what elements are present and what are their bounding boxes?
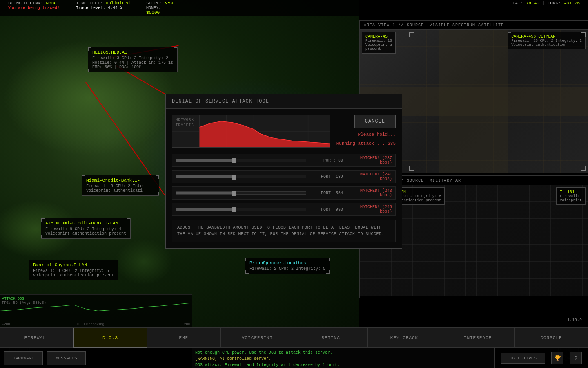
- port-status-3: MATCHED! (246 kbps): [347, 205, 392, 214]
- slider-track-1[interactable]: [176, 175, 306, 178]
- port-status-1: MATCHED! (241 kbps): [347, 172, 392, 181]
- node-atm-miami[interactable]: ATM.Miami-Credit-Bank.I-LAN Firewall: 9 …: [41, 218, 131, 239]
- slider-handle-0[interactable]: [232, 158, 236, 163]
- bottom-bar: Firewall D.O.S EMP Voiceprint Retina Key…: [0, 327, 588, 368]
- message-2: [WARNING] AI controlled server.: [195, 356, 491, 362]
- time-display: 1:19.9: [359, 315, 588, 325]
- dos-title: Denial Of Service attack tool: [166, 94, 402, 109]
- slider-track-0[interactable]: [176, 159, 306, 162]
- port-status-2: MATCHED! (243 kbps): [347, 188, 392, 197]
- node-helios[interactable]: HELIOS.HED.AI Firewall: 3 CPU: 2 Integri…: [88, 47, 178, 72]
- dos-modal: Denial Of Service attack tool Network Tr…: [165, 94, 402, 249]
- port-label-0: PORT: 80: [310, 158, 343, 163]
- svg-marker-8: [200, 121, 330, 147]
- toolbar-retina[interactable]: Retina: [294, 328, 368, 348]
- toolbar-emp[interactable]: EMP: [147, 328, 220, 348]
- toolbar-dos[interactable]: D.O.S: [74, 328, 147, 348]
- dos-cancel-area: Cancel Please hold... Running attack ...…: [336, 115, 396, 148]
- area-1-partial-node: CAMERA-45 Firewall: 16 Voiceprint a pres…: [362, 32, 396, 54]
- node-miami-credit[interactable]: Miami-Credit-Bank.I- Firewall: 8 CPU: 2 …: [82, 175, 159, 196]
- help-icon-button[interactable]: ?: [570, 352, 582, 364]
- slider-track-3[interactable]: [176, 208, 306, 211]
- port-status-0: MATCHED! (237 kbps): [347, 156, 392, 165]
- port-rows: PORT: 80 MATCHED! (237 kbps) PORT: 139 M…: [172, 154, 396, 216]
- port-row-0: PORT: 80 MATCHED! (237 kbps): [172, 154, 396, 167]
- cancel-button[interactable]: Cancel: [354, 115, 396, 128]
- bottom-graph: ATTACK_DOS FPS: 59 (Avg: 530.5) -200 0.0…: [0, 294, 192, 327]
- port-label-2: PORT: 554: [310, 191, 343, 195]
- message-1: Not enough CPU power. Use the DOS to att…: [195, 350, 491, 356]
- toolbar-interface[interactable]: Interface: [441, 328, 514, 348]
- toolbar-key-crack[interactable]: Key Crack: [368, 328, 441, 348]
- camera-node-1[interactable]: CAMERA-456.CITYLAN Firewall: 16 CPU: 2 I…: [508, 32, 586, 49]
- slider-track-2[interactable]: [176, 191, 306, 195]
- slider-handle-3[interactable]: [232, 207, 236, 212]
- slider-handle-1[interactable]: [232, 175, 236, 180]
- toolbar-firewall[interactable]: Firewall: [0, 328, 74, 348]
- port-label-3: PORT: 990: [310, 207, 343, 212]
- bottom-right: Objectives 🏆 ?: [495, 348, 588, 368]
- hardware-button[interactable]: Hardware: [4, 351, 43, 365]
- node-brian[interactable]: BrianSpencer.Localhost Firewall: 2 CPU: …: [245, 258, 330, 274]
- dos-instructions: Adjust the bandwidth amount used to floo…: [172, 220, 396, 242]
- bounced-link: Bounced link: None You are being traced!: [8, 1, 60, 15]
- message-3: DOS attack: Firewall and Integrity will …: [195, 362, 491, 368]
- top-bar: Bounced link: None You are being traced!…: [0, 0, 588, 16]
- time-info: Time left: Unlimited Trace level: 4.44 %: [76, 1, 130, 15]
- trophy-icon-button[interactable]: 🏆: [551, 352, 564, 364]
- port-row-3: PORT: 990 MATCHED! (246 kbps): [172, 203, 396, 216]
- toolbar-console[interactable]: Console: [514, 328, 588, 348]
- traffic-chart: Network Traffic: [172, 115, 330, 148]
- port-row-1: PORT: 139 MATCHED! (241 kbps): [172, 170, 396, 183]
- node-bank-cayman[interactable]: Bank-of-Cayman.I-LAN Firewall: 9 CPU: 2 …: [29, 260, 118, 280]
- area-view-1-header: AREA VIEW 1 // SOURCE: VISIBLE SPECTRUM …: [360, 21, 588, 30]
- port-label-1: PORT: 139: [310, 175, 343, 179]
- toolbar-voiceprint[interactable]: Voiceprint: [220, 328, 294, 348]
- coordinates: LAT: 78.40 | Long: -81.76: [512, 1, 580, 15]
- port-row-2: PORT: 554 MATCHED! (243 kbps): [172, 186, 396, 200]
- slider-handle-2[interactable]: [232, 191, 236, 196]
- area-2-node-tl101[interactable]: TL-101 Firewall: Voiceprint: [556, 187, 586, 205]
- objectives-button[interactable]: Objectives: [501, 353, 545, 364]
- dos-status-line2: Running attack ... 235: [336, 141, 396, 146]
- dos-status-line1: Please hold...: [358, 132, 396, 137]
- messages-button[interactable]: Messages: [47, 351, 86, 365]
- bottom-messages: Not enough CPU power. Use the DOS to att…: [192, 348, 495, 368]
- score-info: Score: 950 Money: $5000: [146, 1, 173, 15]
